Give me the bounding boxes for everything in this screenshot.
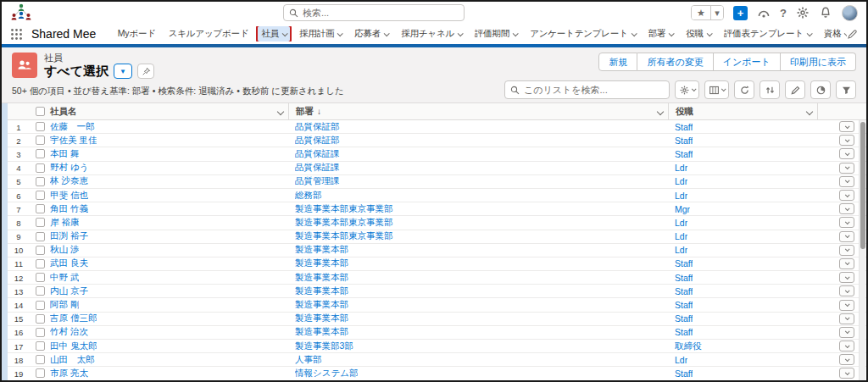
employee-name-link[interactable]: 本田 舞	[50, 148, 79, 160]
nav-tab-3[interactable]: 社員	[258, 26, 290, 42]
chart-button[interactable]	[810, 80, 831, 99]
row-actions-button[interactable]	[839, 313, 854, 324]
role-link[interactable]: Ldr	[675, 176, 687, 186]
row-actions-button[interactable]	[839, 217, 854, 228]
role-link[interactable]: Staff	[675, 300, 693, 310]
employee-name-link[interactable]: 竹村 治次	[50, 326, 88, 338]
department-link[interactable]: 製造事業本部	[295, 285, 348, 297]
role-link[interactable]: Mgr	[675, 204, 690, 214]
nav-tab-12[interactable]: 資格	[821, 26, 847, 42]
row-actions-button[interactable]	[839, 190, 854, 201]
column-menu-chevron-icon[interactable]	[277, 108, 284, 114]
filter-button[interactable]	[836, 80, 856, 99]
employee-name-link[interactable]: 宇佐美 里佳	[50, 135, 97, 147]
role-link[interactable]: Staff	[675, 286, 693, 296]
pin-list-button[interactable]	[137, 64, 154, 79]
row-checkbox[interactable]	[36, 328, 45, 337]
row-checkbox[interactable]	[36, 122, 45, 131]
department-link[interactable]: 製造事業本部東京事業部	[295, 230, 393, 242]
department-link[interactable]: 総務部	[295, 190, 322, 202]
column-header-name[interactable]: 社員名	[50, 106, 77, 118]
role-link[interactable]: Ldr	[675, 355, 687, 365]
role-link[interactable]: Staff	[675, 368, 693, 379]
row-checkbox[interactable]	[36, 163, 45, 173]
nav-tab-8[interactable]: アンケートテンプレート	[526, 26, 639, 42]
list-search-input[interactable]	[524, 85, 664, 95]
department-link[interactable]: 製造事業部3部	[295, 340, 353, 352]
row-actions-button[interactable]	[839, 135, 854, 146]
row-checkbox[interactable]	[36, 136, 45, 145]
app-launcher-icon[interactable]	[10, 28, 23, 41]
department-link[interactable]: 人事部	[295, 354, 322, 366]
setup-gear-icon[interactable]	[796, 6, 810, 19]
nav-tab-5[interactable]: 応募者	[351, 26, 392, 42]
employee-name-link[interactable]: 中野 武	[50, 272, 79, 284]
row-checkbox[interactable]	[36, 355, 45, 364]
department-link[interactable]: 製造事業本部	[295, 257, 348, 269]
row-checkbox[interactable]	[36, 301, 45, 310]
nav-tab-1[interactable]: Myボード	[114, 26, 159, 42]
list-view-controls-button[interactable]	[675, 80, 699, 99]
role-link[interactable]: Ldr	[675, 245, 687, 255]
help-icon[interactable]: ?	[780, 7, 787, 19]
department-link[interactable]: 情報システム部	[295, 368, 358, 379]
department-link[interactable]: 製造事業本部	[295, 244, 348, 256]
scrollbar-thumb[interactable]	[860, 122, 865, 249]
employee-name-link[interactable]: 佐藤 一郎	[50, 121, 95, 133]
row-checkbox[interactable]	[36, 204, 45, 213]
row-actions-button[interactable]	[839, 203, 854, 214]
role-link[interactable]: Staff	[675, 313, 693, 324]
row-actions-button[interactable]	[839, 121, 854, 132]
employee-name-link[interactable]: 山田 太郎	[50, 354, 95, 366]
column-header-department[interactable]: 部署	[296, 106, 314, 118]
department-link[interactable]: 品質保証課	[295, 162, 340, 174]
department-link[interactable]: 製造事業本部東京事業部	[295, 217, 393, 229]
row-checkbox[interactable]	[36, 191, 45, 200]
row-checkbox[interactable]	[36, 314, 45, 324]
row-checkbox[interactable]	[36, 232, 45, 241]
row-checkbox[interactable]	[36, 149, 45, 158]
department-link[interactable]: 製造事業本部	[295, 326, 348, 338]
guidance-center-icon[interactable]	[757, 6, 771, 19]
favorites-dropdown-button[interactable]: ▾	[710, 6, 723, 19]
action-button-3[interactable]: インポート	[714, 53, 781, 71]
action-button-1[interactable]: 新規	[598, 53, 637, 71]
row-actions-button[interactable]	[839, 163, 854, 174]
row-checkbox[interactable]	[36, 286, 45, 296]
column-header-role[interactable]: 役職	[676, 106, 693, 118]
row-actions-button[interactable]	[839, 300, 854, 311]
nav-tab-10[interactable]: 役職	[682, 26, 715, 42]
employee-name-link[interactable]: 林 沙奈恵	[50, 175, 88, 187]
department-link[interactable]: 製造事業本部	[295, 272, 348, 284]
role-link[interactable]: Ldr	[675, 231, 687, 241]
column-menu-chevron-icon[interactable]	[806, 108, 813, 114]
row-checkbox[interactable]	[36, 177, 45, 186]
role-link[interactable]: 取締役	[675, 340, 702, 352]
role-link[interactable]: Staff	[675, 258, 693, 269]
department-link[interactable]: 品質保証部	[295, 121, 340, 133]
row-actions-button[interactable]	[839, 327, 854, 338]
role-link[interactable]: Staff	[675, 136, 693, 146]
row-actions-button[interactable]	[839, 245, 854, 256]
row-actions-button[interactable]	[839, 176, 854, 187]
role-link[interactable]: Staff	[675, 273, 693, 283]
department-link[interactable]: 品質保証部	[295, 135, 340, 147]
employee-name-link[interactable]: 市原 亮太	[50, 368, 88, 379]
row-checkbox[interactable]	[36, 246, 45, 255]
row-actions-button[interactable]	[839, 354, 854, 365]
role-link[interactable]: Ldr	[675, 191, 687, 201]
nav-tab-11[interactable]: 評価表テンプレート	[721, 26, 815, 42]
department-link[interactable]: 品質管理課	[295, 175, 340, 187]
employee-name-link[interactable]: 田渕 裕子	[50, 230, 88, 242]
row-actions-button[interactable]	[839, 258, 854, 269]
action-button-2[interactable]: 所有者の変更	[637, 53, 713, 71]
department-link[interactable]: 製造事業本部東京事業部	[295, 203, 393, 215]
row-checkbox[interactable]	[36, 259, 45, 269]
vertical-scrollbar[interactable]	[859, 120, 865, 380]
favorites-star-button[interactable]: ★	[692, 6, 710, 19]
sort-arrows-button[interactable]	[760, 80, 780, 99]
department-link[interactable]: 品質保証課	[295, 148, 340, 160]
refresh-button[interactable]	[734, 80, 754, 99]
row-checkbox[interactable]	[36, 273, 45, 282]
employee-name-link[interactable]: 阿部 剛	[50, 299, 79, 311]
